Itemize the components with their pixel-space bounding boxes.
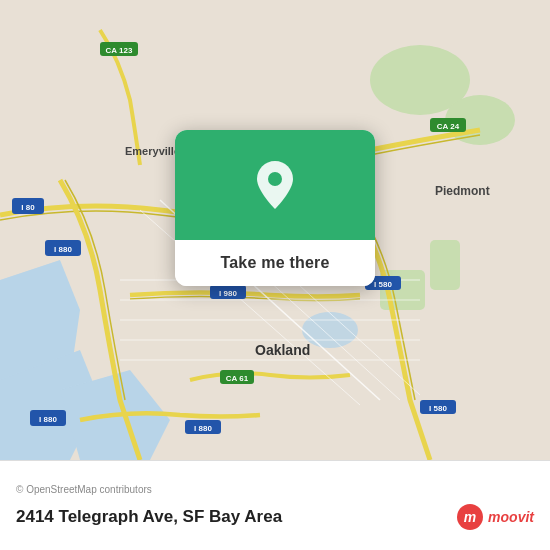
take-me-there-button[interactable]: Take me there xyxy=(175,240,375,286)
bottom-info-bar: © OpenStreetMap contributors 2414 Telegr… xyxy=(0,460,550,550)
copyright-text: © OpenStreetMap contributors xyxy=(16,484,152,495)
svg-text:Emeryville: Emeryville xyxy=(125,145,180,157)
svg-text:I 80: I 80 xyxy=(21,203,35,212)
svg-text:I 580: I 580 xyxy=(429,404,447,413)
svg-text:Oakland: Oakland xyxy=(255,342,310,358)
location-pin-icon xyxy=(253,159,297,211)
card-header xyxy=(175,130,375,240)
svg-text:CA 61: CA 61 xyxy=(226,374,249,383)
svg-text:m: m xyxy=(464,509,476,525)
moovit-label: moovit xyxy=(488,509,534,525)
svg-text:CA 24: CA 24 xyxy=(437,122,460,131)
moovit-logo: m moovit xyxy=(456,503,534,531)
moovit-icon: m xyxy=(456,503,484,531)
map-container: I 80 I 880 I 880 I 980 I 580 CA 24 CA 24… xyxy=(0,0,550,460)
svg-point-4 xyxy=(302,312,358,348)
svg-text:CA 123: CA 123 xyxy=(106,46,133,55)
svg-rect-7 xyxy=(430,240,460,290)
svg-point-45 xyxy=(268,172,282,186)
navigation-card: Take me there xyxy=(175,130,375,286)
svg-text:I 880: I 880 xyxy=(39,415,57,424)
svg-text:I 980: I 980 xyxy=(219,289,237,298)
svg-text:Piedmont: Piedmont xyxy=(435,184,490,198)
svg-text:I 880: I 880 xyxy=(54,245,72,254)
address-text: 2414 Telegraph Ave, SF Bay Area xyxy=(16,507,282,527)
svg-text:I 580: I 580 xyxy=(374,280,392,289)
address-row: 2414 Telegraph Ave, SF Bay Area m moovit xyxy=(16,503,534,531)
svg-text:I 880: I 880 xyxy=(194,424,212,433)
